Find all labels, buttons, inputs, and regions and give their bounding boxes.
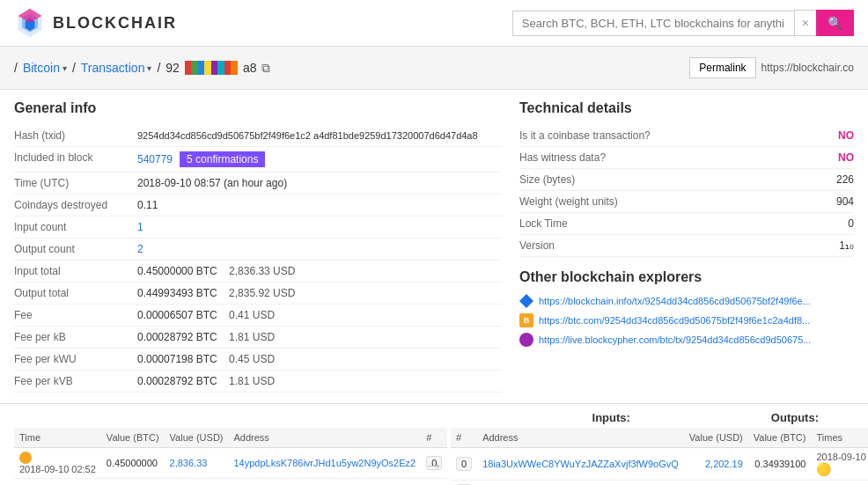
info-value: 0.00007198 BTC 0.45 USD bbox=[137, 349, 502, 371]
count-link[interactable]: 2 bbox=[137, 243, 143, 255]
color-seg-3 bbox=[198, 61, 205, 75]
inputs-label: Inputs: bbox=[592, 411, 630, 424]
outputs-table: #AddressValue (USD)Value (BTC)Times 0 18… bbox=[451, 428, 868, 485]
search-button[interactable]: 🔍 bbox=[816, 10, 854, 36]
inputs-col-header: Time bbox=[14, 428, 101, 448]
output-num: 1 bbox=[451, 481, 477, 486]
io-arrow: → bbox=[417, 428, 451, 477]
breadcrumb-sep2: / bbox=[157, 61, 160, 75]
tech-label: Is it a coinbase transaction? bbox=[519, 125, 814, 147]
logo-text: BLOCKCHAIR bbox=[53, 14, 177, 33]
info-value: 0.00028792 BTC 1.81 USD bbox=[137, 371, 502, 393]
explorer-item: https://live.blockcypher.com/btc/tx/9254… bbox=[519, 333, 854, 347]
hash-value: 9254dd34cd856cd9d50675bf2f49f6e1c2 a4df8… bbox=[137, 130, 478, 141]
tech-value: NO bbox=[814, 147, 854, 169]
info-label: Input total bbox=[14, 261, 137, 283]
tech-value: 1₁₀ bbox=[814, 235, 854, 257]
info-value: 0.11 bbox=[137, 195, 502, 217]
header: BLOCKCHAIR × 🔍 bbox=[0, 0, 868, 47]
usd-value: 1.81 USD bbox=[229, 331, 275, 343]
info-label: Coindays destroyed bbox=[14, 195, 137, 217]
search-input[interactable] bbox=[512, 11, 794, 36]
info-value: 2 bbox=[137, 239, 502, 261]
usd-value: 1.81 USD bbox=[229, 375, 275, 387]
outputs-col-header: Address bbox=[477, 428, 684, 448]
general-info-title: General info bbox=[14, 100, 502, 116]
tech-details-table: Is it a coinbase transaction?NOHas witne… bbox=[519, 125, 854, 257]
tx-hash-prefix: 92 bbox=[166, 61, 180, 75]
explorer-link[interactable]: https://btc.com/9254dd34cd856cd9d50675bf… bbox=[539, 315, 810, 326]
right-panel: Technical details Is it a coinbase trans… bbox=[519, 100, 854, 393]
input-row: 2018-09-10 02:52 0.45000000 2,836.33 14y… bbox=[14, 448, 447, 479]
output-time: Unspent bbox=[811, 481, 868, 486]
inputs-table: TimeValue (BTC)Value (USD)Address# 2018-… bbox=[14, 428, 447, 479]
output-address: 15K5ueuP4ajacxsWig5sLXNiWHXgMMtVXr bbox=[477, 481, 684, 486]
no-value: NO bbox=[838, 129, 854, 142]
explorer-icon: B bbox=[519, 313, 533, 327]
tx-hash-suffix: a8 bbox=[243, 61, 257, 75]
info-value: 0.00028792 BTC 1.81 USD bbox=[137, 327, 502, 349]
info-value: 1 bbox=[137, 217, 502, 239]
time-value: 2018-09-10 09:07 bbox=[816, 452, 868, 462]
explorer-icon bbox=[519, 333, 533, 347]
btc-value: 0.00028792 BTC bbox=[137, 331, 217, 343]
output-row: 1 15K5ueuP4ajacxsWig5sLXNiWHXgMMtVXr 633… bbox=[451, 481, 868, 486]
breadcrumb-transaction-label: Transaction bbox=[81, 61, 145, 75]
explorer-link[interactable]: https://live.blockcypher.com/btc/tx/9254… bbox=[539, 334, 811, 345]
permalink-button[interactable]: Permalink bbox=[689, 57, 755, 78]
info-label: Output count bbox=[14, 239, 137, 261]
output-usd: 633.72 bbox=[684, 481, 748, 486]
info-value: 5407795 confirmations bbox=[137, 147, 502, 173]
time-value: 2018-09-10 02:52 bbox=[19, 464, 96, 474]
spent-icon: 🟡 bbox=[816, 462, 831, 476]
usd-value: 2,836.33 USD bbox=[229, 265, 295, 277]
explorer-list: https://blockchain.info/tx/9254dd34cd856… bbox=[519, 294, 854, 347]
btc-value: 0.44993493 BTC bbox=[137, 287, 217, 299]
breadcrumb-bitcoin-link[interactable]: Bitcoin ▾ bbox=[23, 61, 67, 75]
inputs-col-header: Address bbox=[229, 428, 422, 448]
info-label: Fee per kVB bbox=[14, 371, 137, 393]
tx-hash-display: 92 a8 ⧉ bbox=[166, 61, 270, 76]
copy-icon[interactable]: ⧉ bbox=[261, 61, 270, 76]
io-section: Inputs: Outputs: TimeValue (BTC)Value (U… bbox=[0, 403, 868, 485]
input-address: 14ypdpLksK786ivrJHd1u5yw2N9yOs2Ez2 bbox=[229, 448, 422, 479]
breadcrumb-transaction-link[interactable]: Transaction ▾ bbox=[81, 61, 152, 75]
address-link[interactable]: 14ypdpLksK786ivrJHd1u5yw2N9yOs2Ez2 bbox=[234, 458, 416, 468]
tech-value: 0 bbox=[814, 213, 854, 235]
color-seg-2 bbox=[191, 61, 198, 75]
transaction-caret-icon: ▾ bbox=[147, 63, 151, 73]
address-link[interactable]: 18ia3UxWWeC8YWuYzJAZZaXvjf3fW9oGvQ bbox=[482, 459, 679, 469]
bitcoin-caret-icon: ▾ bbox=[63, 63, 67, 73]
outputs-label: Outputs: bbox=[771, 411, 819, 424]
search-clear-button[interactable]: × bbox=[794, 10, 816, 36]
btc-value: 0.45000000 BTC bbox=[137, 265, 217, 277]
block-link[interactable]: 540779 bbox=[137, 153, 173, 165]
info-label: Time (UTC) bbox=[14, 173, 137, 195]
no-value: NO bbox=[838, 151, 854, 164]
tech-details-title: Technical details bbox=[519, 100, 854, 116]
count-link[interactable]: 1 bbox=[137, 221, 143, 233]
tech-value: 904 bbox=[814, 191, 854, 213]
output-row: 0 18ia3UxWWeC8YWuYzJAZZaXvjf3fW9oGvQ 2,2… bbox=[451, 448, 868, 481]
info-label: Included in block bbox=[14, 147, 137, 173]
explorer-icon bbox=[519, 294, 533, 308]
inputs-col-header: Value (BTC) bbox=[101, 428, 165, 448]
input-btc: 0.45000000 bbox=[101, 448, 165, 479]
info-label: Input count bbox=[14, 217, 137, 239]
output-usd: 2,202.19 bbox=[684, 448, 748, 481]
output-btc: 0.10054393 bbox=[748, 481, 812, 486]
info-value: 0.00006507 BTC 0.41 USD bbox=[137, 305, 502, 327]
other-explorers-title: Other blockchain explorers bbox=[519, 269, 854, 285]
info-value: 2018-09-10 08:57 (an hour ago) bbox=[137, 173, 502, 195]
color-seg-8 bbox=[231, 61, 238, 75]
outputs-col-header: # bbox=[451, 428, 477, 448]
output-time: 2018-09-10 09:07 🟡 bbox=[811, 448, 868, 481]
outputs-table-wrap: #AddressValue (USD)Value (BTC)Times 0 18… bbox=[451, 428, 854, 485]
explorer-link[interactable]: https://blockchain.info/tx/9254dd34cd856… bbox=[539, 296, 811, 306]
coin-icon bbox=[19, 452, 32, 464]
breadcrumb-bitcoin-label: Bitcoin bbox=[23, 61, 60, 75]
tech-value: NO bbox=[814, 125, 854, 147]
search-area: × 🔍 bbox=[512, 10, 854, 36]
btc-value: 0.00006507 BTC bbox=[137, 309, 217, 321]
color-seg-5 bbox=[211, 61, 218, 75]
